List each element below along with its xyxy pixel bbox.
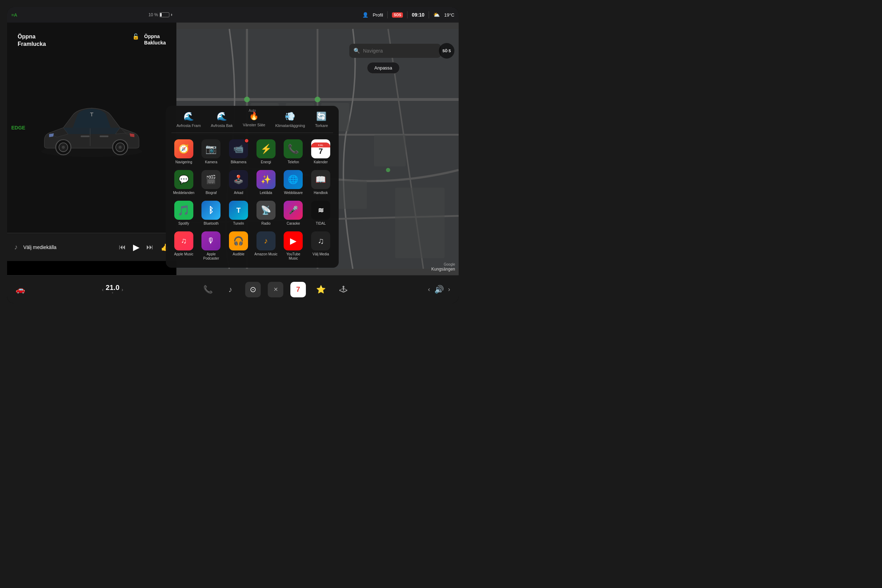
app-item-bilkamera[interactable]: 📹Bilkamera xyxy=(226,138,251,166)
app-label-biograf: Biograf xyxy=(206,191,217,195)
app-icon-youtube-music: ▶ xyxy=(284,231,303,250)
temp-up-button[interactable]: › xyxy=(122,287,123,292)
app-item-amazon-music[interactable]: ♪Amazon Music xyxy=(254,230,278,262)
music-task-button[interactable]: ♪ xyxy=(223,282,238,297)
app-item-biograf[interactable]: 🎬Biograf xyxy=(199,169,224,196)
divider3 xyxy=(429,11,429,18)
app-label-tunein: TuneIn xyxy=(233,222,244,226)
open-front-label: ÖppnaFramlucka xyxy=(18,33,46,48)
app-item-radio[interactable]: 📡Radio xyxy=(254,199,278,227)
app-item-tidal[interactable]: ≋TIDAL xyxy=(308,199,333,227)
open-back-label: ÖppnaBaklucka xyxy=(144,33,166,46)
app-label-apple-podcaster: Apple Podcaster xyxy=(200,252,223,261)
climate-vanster-sate[interactable]: 🔥 Vänster Säte xyxy=(243,111,265,127)
left-top-bar: ≡A 10 % xyxy=(7,7,176,22)
app-icon-apple-podcaster: 🎙 xyxy=(201,231,220,250)
climate-avfrosta-bak[interactable]: 🌊 Avfrosta Bak xyxy=(211,111,233,128)
media-title: Välj mediekälla xyxy=(23,244,113,250)
divider xyxy=(387,11,388,18)
app-label-amazon-music: Amazon Music xyxy=(254,252,278,256)
edge-label: EDGE xyxy=(11,125,26,130)
svg-point-18 xyxy=(315,97,320,102)
app-item-apple-podcaster[interactable]: 🎙Apple Podcaster xyxy=(199,230,224,262)
app-badge-bilkamera xyxy=(244,138,249,143)
app-item-kamera[interactable]: 📷Kamera xyxy=(199,138,224,166)
temp-display: 21.0 ° xyxy=(106,284,120,296)
sos-badge[interactable]: SOS xyxy=(392,12,403,18)
app-label-caraoke: Caraoke xyxy=(287,222,300,226)
avfrosta-fram-icon: 🌊 xyxy=(183,111,194,122)
app-icon-apple-music: ♫ xyxy=(174,231,194,250)
climate-torkare[interactable]: 🔄 Torkare xyxy=(315,111,328,128)
app-icon-telefon: 📞 xyxy=(284,140,303,158)
prev-button[interactable]: ⏮ xyxy=(119,243,126,251)
car-svg xyxy=(32,91,152,165)
taskbar: 🚗 ‹ 21.0 ° › 📞 ♪ ⊙ ✕ 7 ⭐ 🕹 ‹ 🔊 › xyxy=(7,275,459,303)
temperature-display: 19°C xyxy=(444,12,454,18)
battery-tip xyxy=(171,14,172,16)
app-item-energi[interactable]: ⚡Energi xyxy=(254,138,278,166)
play-button[interactable]: ▶ xyxy=(133,242,140,252)
app-item-spotify[interactable]: 🎵Spotify xyxy=(171,199,196,227)
app-label-telefon: Telefon xyxy=(288,160,299,164)
anpassa-button[interactable]: Anpassa xyxy=(367,62,400,74)
app-item-leklada[interactable]: ✨Leklåda xyxy=(254,169,278,196)
app-icon-kamera: 📷 xyxy=(201,140,220,158)
app-item-webblasare[interactable]: 🌐Webbläsare xyxy=(281,169,306,196)
app-item-audible[interactable]: 🎧Audible xyxy=(226,230,251,262)
app-icon-kalender: KAL7 xyxy=(311,140,330,158)
phone-task-button[interactable]: 📞 xyxy=(200,282,216,297)
compass: SÖ S xyxy=(439,43,454,58)
svg-point-21 xyxy=(386,168,390,172)
app-item-handbok[interactable]: 📖Handbok xyxy=(308,169,333,196)
stars-task-button[interactable]: ⭐ xyxy=(313,282,328,297)
search-bar[interactable]: 🔍 xyxy=(349,44,441,58)
app-item-telefon[interactable]: 📞Telefon xyxy=(281,138,306,166)
app-icon-radio: 📡 xyxy=(256,201,276,220)
app-item-kalender[interactable]: KAL7Kalender xyxy=(308,138,333,166)
app-item-bluetooth[interactable]: ᛒBluetooth xyxy=(199,199,224,227)
close-task-button[interactable]: ✕ xyxy=(268,282,283,297)
app-item-valj-media[interactable]: ♫Välj Media xyxy=(308,230,333,262)
status-bar: 👤 Profil SOS 09:10 ⛅ 19°C xyxy=(176,7,459,22)
app-icon-navigering: 🧭 xyxy=(174,140,194,158)
battery-pct: 10 % xyxy=(148,12,158,17)
app-item-youtube-music[interactable]: ▶YouTube Music xyxy=(281,230,306,262)
battery-indicator: 10 % xyxy=(148,12,172,17)
joystick-task-button[interactable]: 🕹 xyxy=(336,282,351,297)
app-item-apple-music[interactable]: ♫Apple Music xyxy=(171,230,196,262)
app-item-meddelanden[interactable]: 💬Meddelanden xyxy=(171,169,196,196)
calendar-date: 7 xyxy=(296,285,300,294)
app-label-kamera: Kamera xyxy=(205,160,218,164)
app-item-arkad[interactable]: 🕹️Arkad xyxy=(226,169,251,196)
app-label-bluetooth: Bluetooth xyxy=(204,222,218,226)
location-label: Kungsängen xyxy=(432,267,455,272)
media-player: ♪ Välj mediekälla ⏮ ▶ ⏭ 👍 xyxy=(7,233,176,261)
svg-rect-7 xyxy=(81,135,90,137)
climate-avfrosta-fram[interactable]: 🌊 Avfrosta Fram xyxy=(176,111,201,128)
app-item-caraoke[interactable]: 🎤Caraoke xyxy=(281,199,306,227)
app-icon-audible: 🎧 xyxy=(229,231,248,250)
app-icon-tidal: ≋ xyxy=(311,201,330,220)
calendar-task-button[interactable]: 7 xyxy=(290,282,306,297)
app-label-spotify: Spotify xyxy=(178,222,189,226)
temp-section: ‹ 21.0 ° › xyxy=(102,284,123,296)
climate-klimatlaggning[interactable]: 💨 Klimatanläggning xyxy=(275,111,305,128)
next-button[interactable]: ⏭ xyxy=(146,243,153,251)
temp-down-button[interactable]: ‹ xyxy=(102,287,104,292)
app-label-leklada: Leklåda xyxy=(260,191,272,195)
app-label-youtube-music: YouTube Music xyxy=(282,252,305,261)
app-icon-leklada: ✨ xyxy=(256,170,276,189)
vol-up-button[interactable]: › xyxy=(448,286,450,293)
app-item-navigering[interactable]: 🧭Navigering xyxy=(171,138,196,166)
vol-down-button[interactable]: ‹ xyxy=(428,286,430,293)
app-menu: Auto 🌊 Avfrosta Fram 🌊 Avfrosta Bak 🔥 Vä… xyxy=(166,106,339,268)
app-label-handbok: Handbok xyxy=(314,191,328,195)
app-label-audible: Audible xyxy=(232,252,244,256)
search-input[interactable] xyxy=(363,48,437,54)
svg-point-17 xyxy=(244,97,250,102)
vanster-sate-label: Vänster Säte xyxy=(243,123,265,127)
camera-task-button[interactable]: ⊙ xyxy=(245,282,261,297)
search-icon: 🔍 xyxy=(354,48,360,54)
app-item-tunein[interactable]: TTuneIn xyxy=(226,199,251,227)
